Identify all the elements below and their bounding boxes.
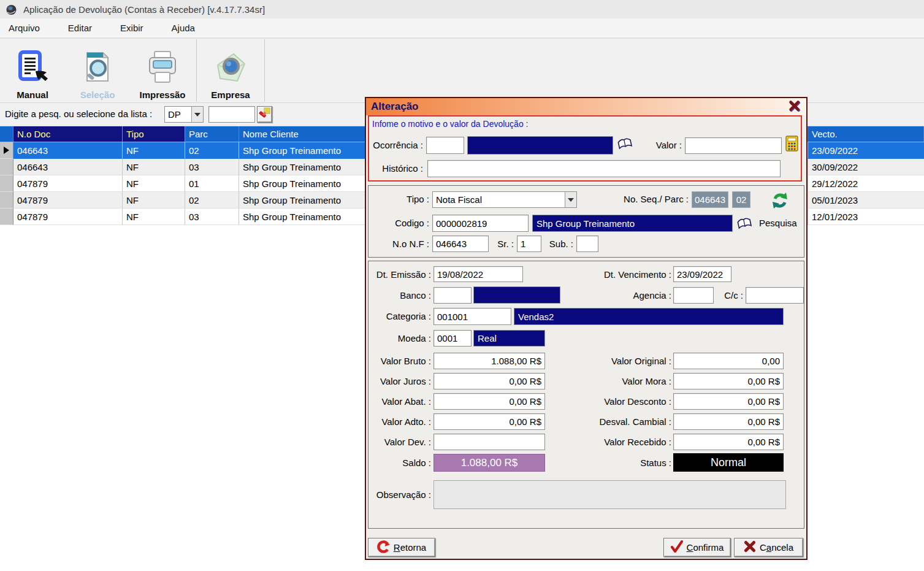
- banco-label: Banco :: [368, 290, 431, 301]
- current-row-pointer-icon: [4, 147, 9, 154]
- valor-recebido-input[interactable]: [673, 434, 784, 450]
- cell-vecto: 23/09/2022: [808, 142, 924, 159]
- valor-juros-input[interactable]: [433, 373, 545, 389]
- column-header-parc[interactable]: Parc: [185, 126, 239, 142]
- no-seq-parc-label: No. Seq./ Parc :: [552, 194, 689, 204]
- cancela-icon: [744, 540, 756, 554]
- selecao-icon: [80, 50, 115, 88]
- nf-input[interactable]: [432, 236, 489, 252]
- valor-dev-label: Valor Dev. :: [368, 437, 431, 447]
- dt-vencimento-input[interactable]: [673, 266, 731, 282]
- column-header-doc[interactable]: N.o Doc: [13, 126, 123, 142]
- app-logo-icon: [6, 4, 17, 15]
- calculator-icon[interactable]: [785, 136, 798, 154]
- valor-abat-label: Valor Abat. :: [368, 396, 431, 407]
- row-selector-cell: [0, 142, 13, 159]
- menu-editar[interactable]: Editar: [59, 20, 101, 36]
- pesquisa-label[interactable]: Pesquisa: [759, 218, 797, 228]
- sr-label: Sr. :: [491, 239, 514, 249]
- impressao-icon: [145, 50, 180, 88]
- valor-label: Valor :: [639, 140, 682, 150]
- cell-parc: 03: [185, 209, 239, 225]
- devolucao-info-text: Infome o motivo e o valor da Devolução :: [372, 119, 528, 129]
- impressao-button[interactable]: Impressão: [130, 39, 195, 102]
- desval-cambial-label: Desval. Cambial :: [552, 416, 671, 427]
- menu-ajuda[interactable]: Ajuda: [163, 20, 204, 36]
- historico-input[interactable]: [427, 160, 781, 177]
- parc-box: 02: [732, 191, 750, 208]
- valor-bruto-input[interactable]: [433, 353, 545, 369]
- manual-icon: [15, 50, 50, 88]
- manual-button[interactable]: Manual: [0, 39, 65, 102]
- sr-input[interactable]: [517, 236, 541, 252]
- dialog-close-button[interactable]: [788, 101, 801, 114]
- agencia-label: Agencia :: [552, 290, 671, 301]
- agencia-input[interactable]: [673, 287, 714, 304]
- valor-recebido-label: Valor Recebido :: [552, 437, 671, 447]
- menu-exibir[interactable]: Exibir: [112, 20, 152, 36]
- refresh-icon[interactable]: [770, 191, 790, 213]
- cell-tipo: NF: [123, 209, 185, 225]
- valor-mora-input[interactable]: [673, 373, 784, 389]
- book-icon[interactable]: [736, 217, 752, 232]
- flashlight-icon: [259, 107, 270, 121]
- categoria-code-input[interactable]: [433, 308, 511, 325]
- confirma-button[interactable]: Confirma: [663, 538, 731, 557]
- no-seq-box: 046643: [692, 191, 728, 208]
- toolbar-separator: [196, 39, 197, 102]
- cell-doc: 046643: [13, 159, 123, 175]
- menu-arquivo[interactable]: Arquivo: [0, 20, 48, 36]
- column-header-vecto[interactable]: Vecto.: [808, 126, 924, 142]
- book-icon[interactable]: [617, 137, 633, 153]
- cell-tipo: NF: [123, 175, 185, 192]
- retorna-button[interactable]: Retorna: [368, 538, 435, 557]
- moeda-desc-field: Real: [473, 330, 545, 347]
- dt-emissao-label: Dt. Emissão :: [368, 269, 431, 280]
- valor-desconto-input[interactable]: [673, 393, 784, 410]
- categoria-desc-field: Vendas2: [514, 308, 784, 325]
- application-window: Aplicação de Devolução (Contas à Receber…: [0, 0, 924, 571]
- search-input[interactable]: [208, 106, 255, 123]
- cell-vecto: 30/09/2022: [808, 159, 924, 175]
- cell-parc: 02: [185, 192, 239, 209]
- dt-emissao-input[interactable]: [433, 266, 523, 282]
- search-label: Digite a pesq. ou selecione da lista :: [5, 109, 152, 119]
- ocorrencia-label: Ocorrência :: [369, 140, 423, 150]
- valor-adto-input[interactable]: [433, 413, 545, 430]
- status-badge: Normal: [673, 453, 784, 472]
- valor-desconto-label: Valor Desconto :: [552, 396, 671, 407]
- cell-tipo: NF: [123, 142, 185, 159]
- valor-bruto-label: Valor Bruto :: [368, 356, 431, 366]
- historico-label: Histórico :: [369, 163, 423, 174]
- dialog-titlebar: Alteração: [366, 98, 806, 115]
- categoria-label: Categoria :: [368, 311, 431, 321]
- dialog-title: Alteração: [371, 101, 418, 113]
- codigo-input[interactable]: [432, 215, 529, 232]
- valor-mora-label: Valor Mora :: [552, 376, 671, 386]
- ocorrencia-code-input[interactable]: [426, 137, 464, 154]
- empresa-button[interactable]: Empresa: [198, 39, 263, 102]
- cc-input[interactable]: [746, 287, 804, 304]
- valor-input[interactable]: [685, 137, 782, 154]
- valor-original-input[interactable]: [673, 353, 784, 369]
- selecao-button[interactable]: Seleção: [65, 39, 130, 102]
- chevron-down-icon[interactable]: [191, 107, 203, 122]
- banco-code-input[interactable]: [433, 287, 472, 304]
- devolucao-section: Infome o motivo e o valor da Devolução :…: [368, 115, 802, 182]
- window-title: Aplicação de Devolução (Contas à Receber…: [23, 4, 265, 15]
- cancela-button[interactable]: Cancela: [734, 538, 803, 557]
- valor-dev-input[interactable]: [433, 434, 545, 450]
- saldo-value: 1.088,00 R$: [433, 454, 545, 472]
- valor-abat-input[interactable]: [433, 393, 545, 410]
- observacao-field: [433, 480, 786, 509]
- desval-cambial-input[interactable]: [673, 413, 784, 430]
- menu-bar: Arquivo Editar Exibir Ajuda: [0, 18, 924, 38]
- selecao-label: Seleção: [80, 90, 115, 100]
- cell-vecto: 29/12/2022: [808, 175, 924, 192]
- sub-input[interactable]: [576, 236, 598, 252]
- column-header-tipo[interactable]: Tipo: [123, 126, 185, 142]
- cell-doc: 047879: [13, 209, 123, 225]
- search-type-combobox[interactable]: DP: [164, 106, 204, 123]
- moeda-code-input[interactable]: [433, 330, 472, 347]
- search-go-button[interactable]: [257, 106, 272, 123]
